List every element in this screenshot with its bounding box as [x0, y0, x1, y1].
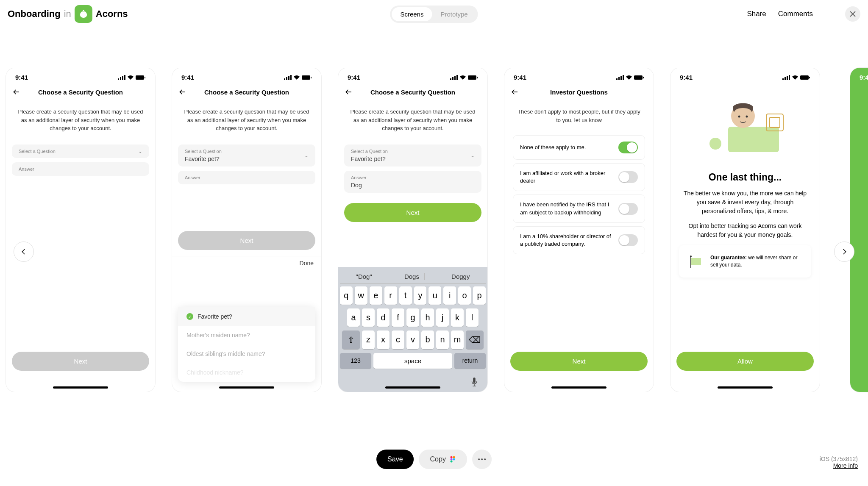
keyboard-key[interactable]: w	[355, 286, 367, 305]
next-button[interactable]: Next	[344, 203, 481, 222]
copy-button[interactable]: Copy	[419, 450, 467, 469]
done-button[interactable]: Done	[172, 256, 321, 270]
screen-2[interactable]: 9:41 Choose a Security Question Please c…	[172, 68, 321, 392]
svg-rect-10	[302, 75, 310, 80]
keyboard-key[interactable]: x	[377, 330, 389, 349]
back-button[interactable]	[510, 86, 520, 98]
screen-description: Please create a security question that m…	[6, 100, 155, 140]
keyboard-key[interactable]: a	[347, 308, 360, 327]
next-button[interactable]: Next	[178, 231, 315, 250]
screen-1[interactable]: 9:41 Choose a Security Question Please c…	[6, 68, 155, 392]
keyboard-key[interactable]: j	[436, 308, 449, 327]
return-key[interactable]: return	[454, 353, 486, 369]
select-question-field[interactable]: Select a Question Favorite pet? ⌄	[178, 144, 315, 167]
toggle-switch[interactable]	[618, 171, 638, 183]
keyboard-suggestion[interactable]: Doggy	[446, 273, 475, 280]
screen-5[interactable]: 9:41 One last thing... The better we kno…	[670, 68, 820, 392]
back-button[interactable]	[178, 86, 187, 98]
back-button[interactable]	[12, 86, 21, 98]
keyboard-key[interactable]: e	[370, 286, 382, 305]
brand-name: Acorns	[96, 8, 128, 19]
screen-3[interactable]: 9:41 Choose a Security Question Please c…	[338, 68, 487, 392]
toggle-switch[interactable]	[618, 234, 638, 246]
home-indicator	[385, 386, 440, 389]
keyboard-key[interactable]: p	[473, 286, 486, 305]
mic-icon[interactable]	[470, 377, 479, 388]
acorns-logo-icon	[75, 5, 92, 23]
keyboard-key[interactable]: y	[414, 286, 427, 305]
share-button[interactable]: Share	[747, 10, 766, 18]
numeric-key[interactable]: 123	[340, 353, 371, 369]
backspace-key[interactable]: ⌫	[466, 330, 484, 349]
toggle-switch[interactable]	[618, 203, 638, 215]
status-time: 9:41	[15, 74, 28, 81]
keyboard-key[interactable]: u	[428, 286, 441, 305]
svg-rect-24	[643, 77, 644, 78]
screens-canvas[interactable]: 9:41 Choose a Security Question Please c…	[0, 68, 868, 392]
keyboard-key[interactable]: f	[392, 308, 404, 327]
screen-title: Choose a Security Question	[12, 89, 149, 96]
next-screen-button[interactable]	[834, 242, 854, 262]
keyboard-key[interactable]: m	[451, 330, 464, 349]
battery-icon	[634, 75, 644, 80]
select-question-field[interactable]: Select a Question Favorite pet? ⌄	[344, 144, 481, 167]
select-question-field[interactable]: Select a Question ⌄	[12, 144, 149, 158]
save-button[interactable]: Save	[376, 450, 414, 469]
answer-field[interactable]: Answer Dog	[344, 171, 481, 193]
signal-icon	[450, 75, 458, 80]
view-tabs: Screens Prototype	[390, 6, 478, 23]
keyboard-key[interactable]: h	[421, 308, 434, 327]
allow-button[interactable]: Allow	[676, 352, 814, 371]
keyboard-key[interactable]: g	[406, 308, 419, 327]
keyboard-key[interactable]: q	[340, 286, 353, 305]
more-info-link[interactable]: More info	[820, 462, 858, 469]
svg-rect-9	[290, 75, 292, 80]
keyboard-suggestion[interactable]: Dogs	[399, 273, 425, 280]
close-button[interactable]	[845, 6, 860, 22]
keyboard-key[interactable]: l	[466, 308, 479, 327]
svg-rect-30	[809, 77, 810, 78]
keyboard-key[interactable]: r	[384, 286, 397, 305]
keyboard-key[interactable]: v	[406, 330, 419, 349]
answer-field[interactable]: Answer	[178, 171, 315, 184]
keyboard-key[interactable]: z	[362, 330, 375, 349]
next-button[interactable]: Next	[510, 352, 648, 371]
answer-field[interactable]: Answer	[12, 162, 149, 176]
keyboard-key[interactable]: o	[458, 286, 471, 305]
prev-screen-button[interactable]	[14, 242, 34, 262]
svg-rect-26	[785, 77, 786, 80]
keyboard-key[interactable]: i	[443, 286, 456, 305]
screen-6-partial[interactable]: 9:41 All This	[850, 68, 868, 392]
screen-4[interactable]: 9:41 Investor Questions These don't appl…	[504, 68, 654, 392]
more-button[interactable]	[472, 450, 492, 469]
svg-rect-1	[120, 77, 121, 80]
next-button[interactable]: Next	[12, 352, 149, 371]
header-right: Share Comments	[747, 6, 860, 22]
meta-info: iOS (375x812) More info	[820, 455, 858, 469]
dropdown-option[interactable]: Childhood nickname?	[178, 363, 315, 382]
svg-rect-27	[787, 76, 788, 80]
keyboard-key[interactable]: s	[362, 308, 375, 327]
keyboard-suggestion[interactable]: "Dog"	[351, 273, 377, 280]
dropdown-option[interactable]: ✓Favorite pet?	[178, 307, 315, 326]
tab-prototype[interactable]: Prototype	[432, 7, 476, 21]
back-button[interactable]	[344, 86, 353, 98]
status-time: 9:41	[348, 74, 360, 81]
keyboard-key[interactable]: d	[377, 308, 389, 327]
comments-button[interactable]: Comments	[778, 10, 813, 18]
wifi-icon	[626, 75, 632, 80]
space-key[interactable]: space	[373, 353, 452, 369]
keyboard-key[interactable]: t	[399, 286, 412, 305]
keyboard-key[interactable]: c	[392, 330, 404, 349]
keyboard-key[interactable]: n	[436, 330, 449, 349]
shift-key[interactable]: ⇧	[342, 330, 360, 349]
field-value: Favorite pet?	[185, 156, 309, 162]
dropdown-option[interactable]: Oldest sibling's middle name?	[178, 344, 315, 363]
keyboard-key[interactable]: b	[421, 330, 434, 349]
keyboard-key[interactable]: k	[451, 308, 464, 327]
toggle-switch[interactable]	[618, 142, 638, 153]
field-label: Answer	[185, 175, 309, 180]
dropdown-option[interactable]: Mother's maiden name?	[178, 326, 315, 344]
screen-header: Choose a Security Question	[172, 84, 321, 100]
tab-screens[interactable]: Screens	[392, 7, 432, 21]
